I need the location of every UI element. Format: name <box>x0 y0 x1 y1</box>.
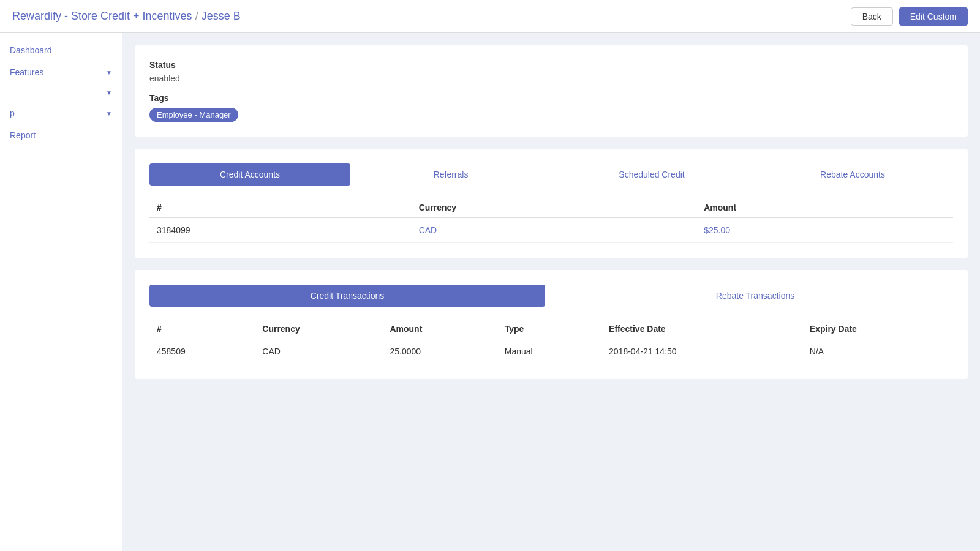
col-id: # <box>149 198 412 218</box>
back-button[interactable]: Back <box>851 7 893 26</box>
header-title: Rewardify - Store Credit + Incentives / … <box>12 10 241 23</box>
sidebar-item-dashboard-label: Dashboard <box>10 45 52 55</box>
tab-rebate-accounts[interactable]: Rebate Accounts <box>752 163 953 186</box>
trans-row-type: Manual <box>497 339 601 364</box>
tab-rebate-transactions[interactable]: Rebate Transactions <box>557 285 953 307</box>
sidebar: Dashboard Features ▼ ▼ p ▼ Report <box>0 33 123 551</box>
customer-name: Jesse B <box>202 10 241 22</box>
header-separator: / <box>192 10 202 22</box>
t-col-effective-date: Effective Date <box>601 319 802 339</box>
header-actions: Back Edit Custom <box>851 7 968 26</box>
main-content: Status enabled Tags Employee - Manager C… <box>123 33 980 551</box>
app-header: Rewardify - Store Credit + Incentives / … <box>0 0 980 33</box>
edit-customer-button[interactable]: Edit Custom <box>899 7 968 26</box>
sidebar-item-dashboard[interactable]: Dashboard <box>0 39 122 61</box>
sidebar-item-2[interactable]: ▼ <box>0 83 122 102</box>
sidebar-item-report-label: Report <box>10 130 36 140</box>
customer-info-card: Status enabled Tags Employee - Manager <box>135 45 968 137</box>
credit-accounts-card: Credit Accounts Referrals Scheduled Cred… <box>135 149 968 258</box>
trans-row-effective-date: 2018-04-21 14:50 <box>601 339 802 364</box>
employee-manager-tag: Employee - Manager <box>149 108 238 122</box>
sidebar-item-features[interactable]: Features ▼ <box>0 61 122 83</box>
credit-accounts-table: # Currency Amount 3184099 CAD $25.00 <box>149 198 953 243</box>
sidebar-item-features-label: Features <box>10 67 43 77</box>
main-layout: Dashboard Features ▼ ▼ p ▼ Report Status… <box>0 33 980 551</box>
sidebar-item-p-label: p <box>10 108 15 118</box>
tab-credit-accounts[interactable]: Credit Accounts <box>149 163 350 186</box>
trans-row-expiry-date: N/A <box>802 339 953 364</box>
tags-label: Tags <box>149 93 953 103</box>
trans-row-amount: 25.0000 <box>382 339 497 364</box>
trans-row-currency: CAD <box>255 339 382 364</box>
col-currency: Currency <box>412 198 697 218</box>
chevron-down-icon: ▼ <box>106 69 112 76</box>
credit-row-amount: $25.00 <box>696 218 953 243</box>
transaction-tabs: Credit Transactions Rebate Transactions <box>149 285 953 307</box>
status-label: Status <box>149 60 953 70</box>
credit-table-header-row: # Currency Amount <box>149 198 953 218</box>
tab-scheduled-credit[interactable]: Scheduled Credit <box>551 163 752 186</box>
t-col-currency: Currency <box>255 319 382 339</box>
table-row: 458509 CAD 25.0000 Manual 2018-04-21 14:… <box>149 339 953 364</box>
col-amount: Amount <box>696 198 953 218</box>
tab-referrals[interactable]: Referrals <box>350 163 551 186</box>
tab-credit-transactions[interactable]: Credit Transactions <box>149 285 545 307</box>
transactions-table: # Currency Amount Type Effective Date Ex… <box>149 319 953 364</box>
chevron-down-icon-2: ▼ <box>106 89 112 96</box>
credit-row-currency[interactable]: CAD <box>412 218 697 243</box>
transactions-header-row: # Currency Amount Type Effective Date Ex… <box>149 319 953 339</box>
t-col-amount: Amount <box>382 319 497 339</box>
t-col-type: Type <box>497 319 601 339</box>
transactions-card: Credit Transactions Rebate Transactions … <box>135 270 968 379</box>
t-col-id: # <box>149 319 255 339</box>
chevron-down-icon-3: ▼ <box>106 110 112 117</box>
sidebar-item-p[interactable]: p ▼ <box>0 102 122 124</box>
status-value: enabled <box>149 73 953 83</box>
app-name: Rewardify - Store Credit + Incentives <box>12 10 192 22</box>
credit-row-id: 3184099 <box>149 218 412 243</box>
credit-tabs: Credit Accounts Referrals Scheduled Cred… <box>149 163 953 186</box>
t-col-expiry-date: Expiry Date <box>802 319 953 339</box>
trans-row-id: 458509 <box>149 339 255 364</box>
sidebar-item-report[interactable]: Report <box>0 124 122 146</box>
table-row: 3184099 CAD $25.00 <box>149 218 953 243</box>
